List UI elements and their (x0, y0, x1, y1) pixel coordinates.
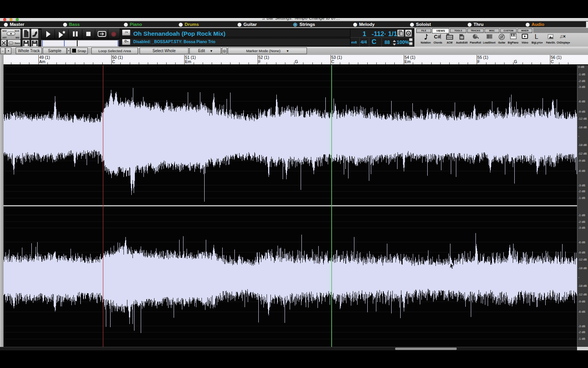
svg-text:L: L (535, 33, 538, 40)
svg-text:C#: C# (434, 34, 441, 40)
svg-text:♫×: ♫× (559, 34, 566, 39)
